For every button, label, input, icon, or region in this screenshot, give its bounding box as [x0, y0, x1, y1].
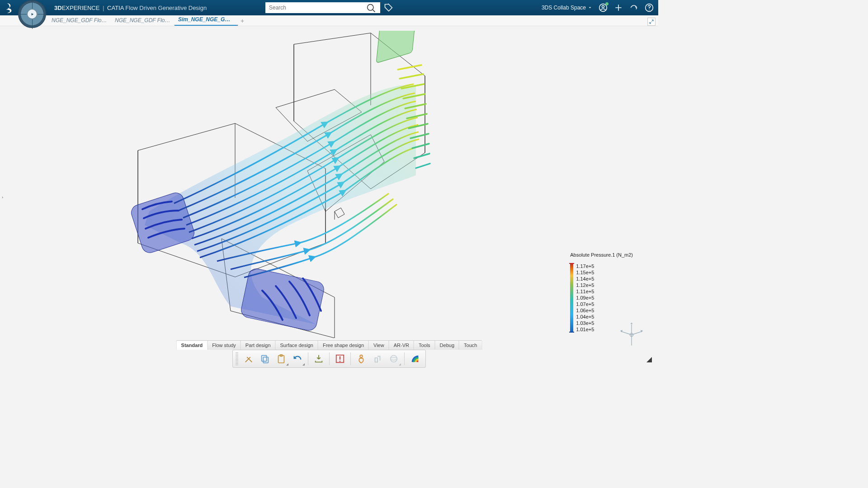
svg-point-1	[602, 5, 604, 8]
alert-icon	[335, 354, 345, 364]
compass-dial[interactable]	[18, 0, 46, 28]
legend-value: 1.11e+5	[576, 288, 594, 295]
user-profile-button[interactable]	[599, 3, 608, 12]
toolbar-tab-standard[interactable]: Standard	[177, 341, 208, 350]
legend-value: 1.06e+5	[576, 307, 594, 314]
legend-value: 1.03e+5	[576, 320, 594, 326]
collab-space-label: 3DS Collab Space	[542, 5, 586, 11]
import-icon	[314, 354, 324, 364]
expand-panel-button[interactable]	[647, 18, 656, 26]
simulation-results-button[interactable]	[407, 352, 423, 366]
tag-icon[interactable]	[384, 3, 393, 12]
svg-point-13	[340, 361, 341, 362]
legend-title: Absolute Pressure.1 (N_m2)	[570, 252, 633, 258]
toolbar-tab-part-design[interactable]: Part design	[241, 341, 276, 350]
compass-widget[interactable]	[18, 0, 46, 28]
mannequin-icon	[356, 354, 366, 364]
undo-button[interactable]	[290, 352, 305, 366]
view-triad[interactable]	[619, 323, 644, 347]
header-right: 3DS Collab Space	[542, 0, 654, 15]
document-tab[interactable]: NGE_NGE_GDF Flowsplitter	[111, 15, 175, 26]
diagnostic-button[interactable]	[332, 352, 348, 366]
extrude-button[interactable]	[370, 352, 385, 366]
legend-value: 1.15e+5	[576, 269, 594, 276]
legend-value: 1.01e+5	[576, 326, 594, 333]
copy-icon	[260, 354, 270, 364]
legend-value: 1.04e+5	[576, 314, 594, 320]
help-button[interactable]	[645, 3, 654, 12]
add-tab-button[interactable]: +	[238, 16, 247, 26]
svg-rect-5	[240, 267, 325, 332]
sphere-icon	[389, 354, 399, 364]
toolbar-grip[interactable]	[236, 352, 238, 365]
undo-icon	[292, 354, 302, 364]
legend-value: 1.17e+5	[576, 263, 594, 269]
ds-logo-icon	[4, 2, 15, 14]
legend-value: 1.14e+5	[576, 276, 594, 282]
expand-icon	[649, 19, 654, 24]
toolbar-tab-debug[interactable]: Debug	[435, 341, 459, 350]
blend-button[interactable]	[386, 352, 401, 366]
play-icon	[30, 12, 34, 16]
search-area	[265, 2, 393, 13]
brand-bold: 3D	[54, 5, 62, 11]
compass-play-button[interactable]	[28, 9, 37, 19]
extrude-icon	[373, 354, 382, 364]
color-legend: Absolute Pressure.1 (N_m2) 1.17e+5 1.15e…	[570, 252, 633, 333]
left-panel-handle[interactable]	[0, 192, 5, 202]
document-tabs: NGE_NGE_GDF Flowsplitter NGE_NGE_GDF Flo…	[0, 15, 658, 26]
toolbar-tab-surface-design[interactable]: Surface design	[276, 341, 318, 350]
app-header: 3DEXPERIENCE | CATIA Flow Driven Generat…	[0, 0, 658, 15]
toolbar-tab-view[interactable]: View	[369, 341, 389, 350]
legend-value: 1.12e+5	[576, 282, 594, 288]
legend-value: 1.09e+5	[576, 295, 594, 301]
share-icon	[629, 3, 638, 12]
status-dot	[605, 2, 609, 5]
scissors-icon	[244, 354, 254, 364]
toolbar-tab-flow-study[interactable]: Flow study	[208, 341, 241, 350]
brand-app: CATIA	[107, 5, 124, 11]
cut-button[interactable]	[241, 352, 256, 366]
chevron-right-icon	[0, 194, 5, 201]
brand-logo-area	[0, 2, 19, 14]
chevron-down-icon	[588, 5, 592, 10]
svg-point-3	[649, 9, 650, 10]
document-tab[interactable]: NGE_NGE_GDF Flowsplitter	[48, 15, 111, 26]
svg-point-14	[391, 356, 397, 362]
import-button[interactable]	[311, 352, 326, 366]
svg-rect-9	[263, 357, 268, 363]
search-input[interactable]	[265, 2, 380, 13]
toolbar-tabs: Standard Flow study Part design Surface …	[176, 340, 482, 350]
toolbar-tab-tools[interactable]: Tools	[414, 341, 435, 350]
rainbow-contour-icon	[410, 354, 420, 364]
add-button[interactable]	[614, 3, 623, 12]
brand-sub: Flow Driven Generative Design	[125, 5, 207, 11]
toolbar-tab-touch[interactable]: Touch	[459, 341, 481, 350]
legend-value: 1.07e+5	[576, 301, 594, 307]
brand-rest: EXPERIENCE	[62, 5, 100, 11]
3d-viewport[interactable]: Absolute Pressure.1 (N_m2) 1.17e+5 1.15e…	[0, 26, 658, 369]
app-title: 3DEXPERIENCE | CATIA Flow Driven Generat…	[54, 5, 207, 11]
document-tab[interactable]: Sim_NGE_NGE_GDF Flowsp	[175, 14, 238, 26]
paste-button[interactable]	[274, 352, 289, 366]
help-icon	[645, 3, 654, 12]
svg-rect-6	[376, 31, 424, 63]
copy-button[interactable]	[257, 352, 273, 366]
toolbar-tab-free-shape[interactable]: Free shape design	[318, 341, 369, 350]
brand-sep: |	[103, 5, 104, 11]
plus-icon	[614, 3, 623, 12]
legend-colorbar	[570, 263, 573, 333]
svg-point-15	[391, 357, 397, 360]
share-button[interactable]	[629, 3, 638, 12]
resize-corner-icon	[646, 357, 652, 362]
body-button[interactable]	[354, 352, 369, 366]
search-button[interactable]	[367, 4, 376, 13]
paste-icon	[276, 354, 286, 364]
svg-rect-8	[262, 356, 267, 361]
toolbar	[232, 350, 426, 368]
toolbar-tab-arvr[interactable]: AR-VR	[389, 341, 414, 350]
legend-values: 1.17e+5 1.15e+5 1.14e+5 1.12e+5 1.11e+5 …	[576, 263, 594, 333]
flow-simulation-render	[81, 31, 448, 338]
collab-space-selector[interactable]: 3DS Collab Space	[542, 5, 592, 11]
search-icon	[367, 4, 376, 13]
